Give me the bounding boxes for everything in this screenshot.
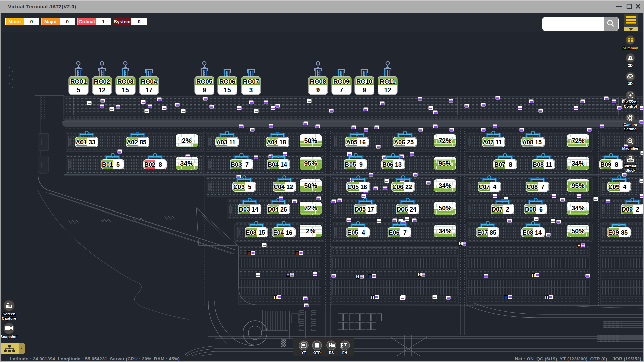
svg-text:95%: 95% (304, 160, 317, 167)
svg-text:12: 12 (286, 184, 293, 190)
svg-text:Critical: Critical (78, 19, 95, 24)
svg-text:34%: 34% (180, 160, 193, 167)
svg-text:4: 4 (362, 229, 365, 236)
svg-text:D07: D07 (492, 206, 503, 213)
svg-text:Major: Major (44, 19, 57, 24)
svg-text:7: 7 (541, 184, 544, 190)
svg-text:C04: C04 (274, 184, 285, 190)
svg-text:RC03: RC03 (117, 78, 134, 85)
svg-text:Summay: Summay (623, 46, 638, 50)
svg-text:B01: B01 (102, 161, 113, 168)
svg-text:95%: 95% (571, 182, 584, 189)
svg-text:0: 0 (30, 19, 33, 24)
svg-text:13: 13 (395, 161, 402, 168)
svg-text:B07: B07 (494, 161, 505, 168)
svg-text:A08: A08 (522, 139, 533, 146)
svg-text:B08: B08 (533, 161, 544, 168)
svg-text:8: 8 (509, 161, 512, 168)
svg-text:85: 85 (140, 139, 146, 146)
svg-text:A03: A03 (216, 139, 227, 146)
svg-text:D06: D06 (397, 206, 408, 213)
svg-text:2%: 2% (182, 137, 192, 144)
svg-text:17: 17 (145, 86, 152, 94)
svg-text:RC07: RC07 (243, 78, 259, 85)
svg-text:85: 85 (621, 229, 628, 236)
svg-text:15: 15 (122, 86, 129, 94)
svg-text:Screen: Screen (624, 100, 637, 104)
svg-text:System: System (114, 19, 130, 24)
svg-text:4: 4 (493, 184, 496, 190)
svg-text:Minor: Minor (8, 19, 21, 24)
svg-text:7: 7 (340, 86, 343, 94)
svg-text:9: 9 (363, 86, 366, 94)
svg-text:50%: 50% (571, 227, 584, 235)
svg-text:95%: 95% (438, 160, 451, 167)
svg-text:2%: 2% (306, 227, 315, 235)
svg-text:Virtual: Virtual (625, 164, 636, 168)
svg-text:RC06: RC06 (219, 78, 236, 85)
svg-text:C06: C06 (392, 184, 404, 190)
svg-text:RC11: RC11 (380, 78, 396, 85)
svg-text:E04: E04 (273, 229, 284, 236)
svg-text:3D: 3D (628, 82, 633, 86)
svg-text:34%: 34% (438, 227, 451, 235)
svg-text:D04: D04 (268, 206, 279, 213)
svg-text:22: 22 (405, 184, 412, 190)
svg-text:9: 9 (359, 161, 363, 168)
svg-text:12: 12 (384, 86, 391, 94)
svg-text:C08: C08 (527, 184, 538, 190)
svg-text:11: 11 (545, 161, 552, 168)
svg-text:16: 16 (359, 139, 366, 146)
svg-text:B06: B06 (382, 161, 393, 168)
svg-text:15: 15 (224, 86, 231, 94)
svg-text:9: 9 (203, 86, 206, 94)
svg-text:16: 16 (286, 229, 292, 236)
svg-text:0: 0 (138, 19, 140, 24)
svg-text:RC08: RC08 (310, 78, 326, 85)
svg-text:4: 4 (623, 184, 626, 190)
svg-text:A05: A05 (346, 139, 357, 146)
svg-text:9: 9 (316, 86, 320, 94)
svg-text:15: 15 (535, 139, 542, 146)
svg-text:E09: E09 (608, 229, 619, 236)
svg-text:1: 1 (102, 19, 105, 24)
svg-text:85: 85 (490, 229, 496, 236)
svg-text:RC01: RC01 (70, 78, 87, 85)
svg-text:C09: C09 (608, 184, 620, 190)
svg-text:E07: E07 (477, 229, 488, 236)
svg-text:A02: A02 (127, 139, 138, 146)
svg-text:72%: 72% (438, 137, 451, 144)
svg-text:11: 11 (495, 139, 502, 146)
svg-text:RC09: RC09 (333, 78, 350, 85)
svg-text:E08: E08 (522, 229, 533, 236)
svg-text:50%: 50% (304, 182, 317, 189)
svg-text:34%: 34% (571, 160, 584, 167)
svg-text:A04: A04 (267, 139, 278, 146)
svg-text:Latitude : 24.981394 Longitud: Latitude : 24.981394 Longitude : 55.0542… (10, 356, 180, 361)
svg-text:EH: EH (342, 351, 347, 355)
svg-text:Virtual Terminal JAT2(V2.0): Virtual Terminal JAT2(V2.0) (8, 4, 76, 9)
svg-text:18: 18 (279, 139, 286, 146)
svg-text:D05: D05 (355, 206, 366, 213)
svg-text:11: 11 (229, 139, 235, 146)
svg-text:A01: A01 (76, 139, 87, 146)
svg-text:YT: YT (301, 351, 306, 355)
svg-text:C05: C05 (347, 184, 359, 190)
svg-text:B09: B09 (600, 161, 611, 168)
svg-text:E05: E05 (347, 229, 358, 236)
svg-text:Screen: Screen (3, 312, 15, 316)
svg-text:34%: 34% (571, 204, 584, 212)
svg-text:Net : ON QC (6/19), YT (123/2: Net : ON QC (6/19), YT (123/200) OTR (0)… (515, 356, 641, 361)
svg-text:Magnifier: Magnifier (622, 146, 639, 150)
svg-text:D08: D08 (525, 206, 536, 213)
svg-text:14: 14 (280, 161, 287, 168)
svg-text:5: 5 (77, 86, 80, 94)
svg-text:14: 14 (535, 229, 542, 236)
svg-text:RC04: RC04 (141, 78, 157, 85)
svg-text:14: 14 (252, 206, 258, 213)
svg-text:2D: 2D (628, 63, 633, 67)
svg-text:5: 5 (116, 161, 120, 168)
svg-text:D09: D09 (622, 206, 633, 213)
svg-text:Setting: Setting (624, 127, 636, 131)
svg-text:7: 7 (245, 161, 249, 168)
